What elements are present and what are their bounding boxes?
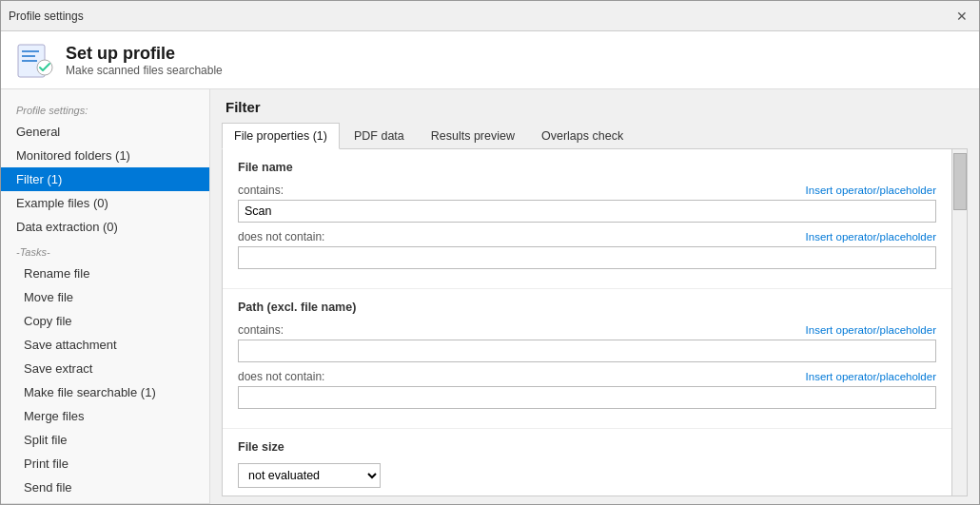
svg-rect-2 xyxy=(22,55,35,57)
sidebar-item-move-file[interactable]: Move file xyxy=(1,285,209,309)
sidebar-item-save-attachment[interactable]: Save attachment xyxy=(1,333,209,357)
sidebar-item-print-file[interactable]: Print file xyxy=(1,452,209,476)
file-name-section: File name contains: Insert operator/plac… xyxy=(223,149,951,289)
profile-settings-window: Profile settings ✕ Set up profile Make s… xyxy=(0,0,980,505)
sidebar-item-example-files[interactable]: Example files (0) xyxy=(1,191,209,215)
tab-file-properties[interactable]: File properties (1) xyxy=(222,123,340,149)
path-contains-input[interactable] xyxy=(238,340,936,362)
tab-results-preview[interactable]: Results preview xyxy=(419,123,527,148)
file-name-title: File name xyxy=(238,161,936,174)
file-name-not-contains-insert-link[interactable]: Insert operator/placeholder xyxy=(806,231,936,243)
scrollbar-thumb[interactable] xyxy=(953,153,967,210)
content-area: Profile settings: General Monitored fold… xyxy=(1,89,979,504)
tab-pdf-data[interactable]: PDF data xyxy=(342,123,417,148)
path-not-contains-label: does not contain: xyxy=(238,370,324,383)
path-contains-insert-link[interactable]: Insert operator/placeholder xyxy=(806,324,936,336)
file-name-contains-input[interactable] xyxy=(238,200,936,223)
sidebar-item-general[interactable]: General xyxy=(1,120,209,144)
tab-overlaps-check[interactable]: Overlaps check xyxy=(529,123,636,148)
tab-content: File name contains: Insert operator/plac… xyxy=(222,148,968,496)
sidebar-item-copy-file[interactable]: Copy file xyxy=(1,309,209,333)
header: Set up profile Make scanned files search… xyxy=(1,31,979,89)
sidebar-item-rename-file[interactable]: Rename file xyxy=(1,262,209,285)
sidebar-item-filter[interactable]: Filter (1) xyxy=(1,167,209,191)
svg-rect-3 xyxy=(22,60,37,62)
scrollbar[interactable] xyxy=(951,149,967,495)
path-section: Path (excl. file name) contains: Insert … xyxy=(223,289,951,429)
sidebar: Profile settings: General Monitored fold… xyxy=(1,89,210,504)
main-panel: Filter File properties (1) PDF data Resu… xyxy=(210,89,979,504)
tasks-label: -Tasks- xyxy=(1,239,209,262)
tabs-bar: File properties (1) PDF data Results pre… xyxy=(210,123,979,148)
window-title: Profile settings xyxy=(9,10,84,23)
file-name-contains-insert-link[interactable]: Insert operator/placeholder xyxy=(806,185,936,196)
path-contains-row: contains: Insert operator/placeholder xyxy=(238,323,936,362)
path-not-contains-input[interactable] xyxy=(238,386,936,409)
file-name-not-contains-input[interactable] xyxy=(238,246,936,269)
file-size-title: File size xyxy=(238,440,936,454)
file-name-contains-row: contains: Insert operator/placeholder xyxy=(238,184,936,223)
file-size-dropdown[interactable]: not evaluated less than greater than bet… xyxy=(238,463,381,488)
panel-title: Filter xyxy=(210,89,979,123)
sidebar-item-save-extract[interactable]: Save extract xyxy=(1,357,209,380)
path-contains-label: contains: xyxy=(238,323,284,337)
path-not-contains-insert-link[interactable]: Insert operator/placeholder xyxy=(806,371,936,382)
sidebar-item-data-extraction[interactable]: Data extraction (0) xyxy=(1,215,209,239)
sidebar-item-monitored-folders[interactable]: Monitored folders (1) xyxy=(1,144,209,167)
sidebar-section-label: Profile settings: xyxy=(1,97,209,120)
header-title: Set up profile xyxy=(66,44,223,64)
file-name-not-contains-row: does not contain: Insert operator/placeh… xyxy=(238,230,936,269)
sidebar-item-merge-files[interactable]: Merge files xyxy=(1,404,209,428)
file-name-contains-label: contains: xyxy=(238,184,284,197)
tab-inner: File name contains: Insert operator/plac… xyxy=(223,149,967,496)
sidebar-item-split-file[interactable]: Split file xyxy=(1,428,209,452)
header-text: Set up profile Make scanned files search… xyxy=(66,44,223,77)
sidebar-item-send-file[interactable]: Send file xyxy=(1,476,209,499)
sidebar-item-make-file-searchable[interactable]: Make file searchable (1) xyxy=(1,380,209,404)
file-size-section: File size not evaluated less than greate… xyxy=(223,429,951,496)
path-title: Path (excl. file name) xyxy=(238,301,936,314)
close-button[interactable]: ✕ xyxy=(952,7,971,26)
title-bar: Profile settings ✕ xyxy=(1,1,979,31)
profile-icon xyxy=(16,41,54,79)
header-subtitle: Make scanned files searchable xyxy=(66,64,223,77)
svg-rect-1 xyxy=(22,50,39,52)
file-name-not-contains-label: does not contain: xyxy=(238,230,324,243)
path-not-contains-row: does not contain: Insert operator/placeh… xyxy=(238,370,936,409)
